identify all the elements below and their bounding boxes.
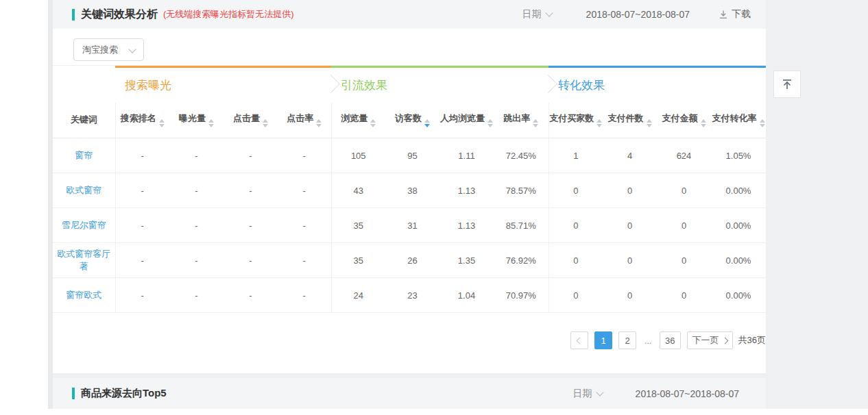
left-divider-strip	[48, 0, 53, 415]
cell: 78.57%	[494, 173, 548, 208]
col-header-paid-amount[interactable]: 支付金额	[657, 103, 711, 138]
date-dropdown[interactable]: 日期	[573, 388, 603, 400]
keyword-link[interactable]: 欧式窗帘	[53, 173, 115, 208]
download-label: 下载	[732, 8, 751, 21]
keyword-link[interactable]: 欧式窗帘客厅著	[53, 243, 115, 278]
date-range-value[interactable]: 2018-08-07~2018-08-07	[586, 9, 690, 20]
sort-icon[interactable]	[208, 119, 214, 127]
col-header-ctr[interactable]: 点击率	[278, 103, 331, 138]
cell: 0	[657, 208, 711, 243]
col-header-paid-items[interactable]: 支付件数	[603, 103, 657, 138]
cell: -	[278, 208, 331, 243]
keyword-link[interactable]: 雪尼尔窗帘	[53, 208, 115, 243]
sort-icon-active-desc[interactable]	[424, 119, 430, 127]
chevron-left-icon	[576, 337, 583, 344]
cell: 0.00%	[711, 278, 766, 313]
cell: 0	[657, 243, 711, 278]
back-to-top-icon	[780, 77, 794, 91]
col-header-paying-buyers[interactable]: 支付买家数	[548, 103, 603, 138]
cell: 0	[657, 278, 711, 313]
chevron-down-icon	[545, 9, 553, 16]
page-button-2[interactable]: 2	[618, 331, 636, 349]
column-header-row: 关键词 搜索排名 曝光量 点击量 点击率 浏览量 访客数 人均浏览量 跳出率 支…	[53, 103, 766, 138]
cell: -	[115, 138, 169, 173]
cell: -	[224, 278, 278, 313]
sort-icon[interactable]	[370, 119, 376, 127]
section-gap	[53, 373, 766, 378]
table-row: 窗帘欧式 - - - - 24 23 1.04 70.97% 0 0 0 0.0…	[53, 278, 766, 313]
cell: -	[115, 278, 169, 313]
cell: -	[224, 138, 278, 173]
table-row: 窗帘 - - - - 105 95 1.11 72.45% 1 4 624 1.…	[53, 138, 766, 173]
cell: 1.11	[439, 138, 494, 173]
back-to-top-button[interactable]	[773, 71, 801, 98]
cell: -	[169, 208, 224, 243]
page-title: 关键词效果分析	[81, 8, 158, 22]
channel-select[interactable]: 淘宝搜索	[73, 38, 144, 61]
cell: 0	[548, 243, 603, 278]
col-header-impressions[interactable]: 曝光量	[169, 103, 224, 138]
cell: -	[115, 243, 169, 278]
col-header-visitors[interactable]: 访客数	[385, 103, 439, 138]
header-controls: 日期 2018-08-07~2018-08-07 下载	[522, 8, 766, 21]
keyword-table: 搜索曝光 引流效果 转化效果 关键词 搜索排名 曝光量 点击量 点击率 浏览量 …	[53, 66, 766, 313]
cell: 0.00%	[711, 243, 766, 278]
keyword-link[interactable]: 窗帘欧式	[53, 278, 115, 313]
cell: 1.05%	[711, 138, 766, 173]
date-dropdown[interactable]: 日期	[522, 8, 552, 21]
cell: 1.13	[439, 173, 494, 208]
col-header-search-rank[interactable]: 搜索排名	[115, 103, 169, 138]
next-page-button[interactable]: 下一页	[687, 331, 733, 349]
col-header-clicks[interactable]: 点击量	[224, 103, 278, 138]
group-label: 搜索曝光	[125, 79, 171, 92]
cell: 1	[548, 138, 603, 173]
keyword-table-card: 淘宝搜索 搜索曝光 引流效果 转化效果 关键词 搜索排名	[53, 29, 766, 373]
channel-select-value: 淘宝搜索	[82, 44, 118, 56]
next-page-label: 下一页	[692, 334, 719, 347]
col-header-pageviews[interactable]: 浏览量	[331, 103, 385, 138]
cell: 43	[331, 173, 385, 208]
main-content: 关键词效果分析 (无线端搜索曝光指标暂无法提供) 日期 2018-08-07~2…	[53, 0, 766, 409]
header-controls: 日期 2018-08-07~2018-08-07	[573, 388, 766, 400]
table-row: 欧式窗帘 - - - - 43 38 1.13 78.57% 0 0 0 0.0…	[53, 173, 766, 208]
date-range-value[interactable]: 2018-08-07~2018-08-07	[636, 388, 739, 399]
sort-icon[interactable]	[263, 119, 268, 127]
bottom-content-strip	[48, 409, 868, 415]
download-button[interactable]: 下载	[719, 8, 751, 21]
sort-icon[interactable]	[316, 119, 322, 127]
cell: 35	[331, 208, 385, 243]
cell: 85.71%	[494, 208, 548, 243]
sort-icon[interactable]	[159, 119, 165, 127]
sort-icon[interactable]	[760, 119, 765, 127]
cell: 0	[603, 208, 657, 243]
cell: -	[169, 138, 224, 173]
cell: 0	[548, 208, 603, 243]
sort-icon[interactable]	[596, 119, 602, 127]
col-header-bounce-rate[interactable]: 跳出率	[494, 103, 548, 138]
sort-icon[interactable]	[701, 119, 706, 127]
keyword-link[interactable]: 窗帘	[53, 138, 115, 173]
cell: 1.13	[439, 208, 494, 243]
table-row: 欧式窗帘客厅著 - - - - 35 26 1.35 76.92% 0 0 0 …	[53, 243, 766, 278]
cell: 95	[385, 138, 439, 173]
prev-page-button[interactable]	[570, 331, 588, 349]
section-accent-bar	[72, 9, 75, 21]
product-source-header: 商品来源去向Top5 日期 2018-08-07~2018-08-07	[53, 378, 766, 409]
chevron-down-icon	[128, 45, 136, 53]
sort-icon[interactable]	[487, 119, 493, 127]
sort-icon[interactable]	[647, 119, 652, 127]
group-label: 引流效果	[341, 79, 387, 92]
page-button-1[interactable]: 1	[594, 331, 612, 349]
cell: 0	[548, 173, 603, 208]
filter-row: 淘宝搜索	[53, 29, 766, 66]
cell: 0.00%	[711, 208, 766, 243]
cell: -	[169, 278, 224, 313]
cell: 26	[385, 243, 439, 278]
col-header-paid-conversion[interactable]: 支付转化率	[711, 103, 766, 138]
col-header-pv-per-visitor[interactable]: 人均浏览量	[439, 103, 494, 138]
page-button-36[interactable]: 36	[660, 331, 680, 349]
page-title-note: (无线端搜索曝光指标暂无法提供)	[163, 8, 294, 21]
sort-icon[interactable]	[533, 119, 538, 127]
cell: -	[115, 173, 169, 208]
cell: 35	[331, 243, 385, 278]
